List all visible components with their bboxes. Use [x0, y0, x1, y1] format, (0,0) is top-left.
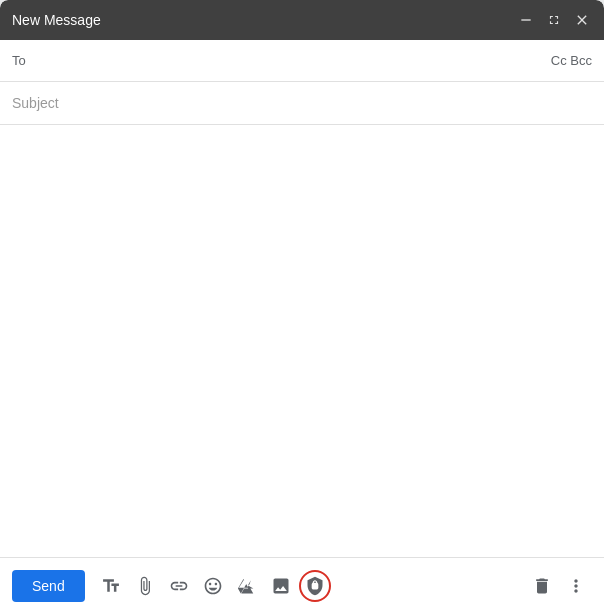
compose-title: New Message: [12, 12, 101, 28]
body-input[interactable]: [12, 133, 592, 549]
cc-bcc-label[interactable]: Cc Bcc: [551, 53, 592, 68]
attach-icon[interactable]: [129, 570, 161, 602]
to-label: To: [12, 53, 42, 68]
toolbar-right: [526, 570, 592, 602]
subject-input[interactable]: [12, 95, 592, 111]
format-text-icon[interactable]: [95, 570, 127, 602]
to-input[interactable]: [50, 53, 551, 69]
expand-button[interactable]: [544, 10, 564, 30]
compose-window: New Message To Cc Bcc: [0, 0, 604, 613]
minimize-button[interactable]: [516, 10, 536, 30]
to-field-row: To Cc Bcc: [0, 40, 604, 82]
delete-icon[interactable]: [526, 570, 558, 602]
link-icon[interactable]: [163, 570, 195, 602]
compose-header: New Message: [0, 0, 604, 40]
compose-toolbar: Send: [0, 557, 604, 613]
more-options-icon[interactable]: [560, 570, 592, 602]
send-button[interactable]: Send: [12, 570, 85, 602]
header-actions: [516, 10, 592, 30]
close-button[interactable]: [572, 10, 592, 30]
photo-icon[interactable]: [265, 570, 297, 602]
subject-row: [0, 82, 604, 124]
subject-field-row: [0, 82, 604, 125]
emoji-icon[interactable]: [197, 570, 229, 602]
compose-body: [0, 125, 604, 557]
confidential-mode-icon[interactable]: [299, 570, 331, 602]
drive-icon[interactable]: [231, 570, 263, 602]
